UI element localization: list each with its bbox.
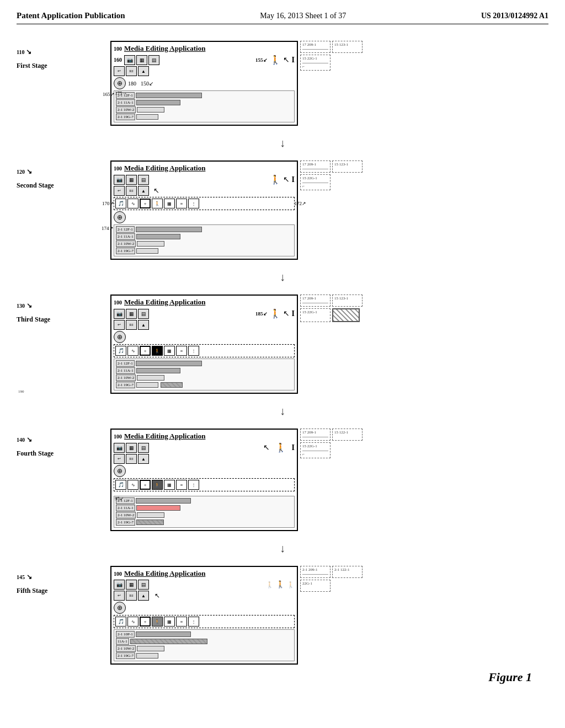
tl-row3-140: 2-1 10W-2 bbox=[116, 512, 292, 518]
tl-bar3-110 bbox=[137, 107, 164, 113]
tool-redo-110[interactable]: RI bbox=[126, 66, 137, 76]
tool-d3-140[interactable]: + bbox=[140, 480, 151, 490]
tool-up-130[interactable]: ▲ bbox=[138, 320, 149, 330]
tool-grid-130[interactable]: ▦ bbox=[126, 309, 137, 319]
stage-row-140: 140 ↘ Fourth Stage 100 Media Editing App… bbox=[17, 429, 548, 531]
tool-film-120[interactable]: ▤ bbox=[138, 175, 149, 185]
tool-d4-145[interactable]: 🚶 bbox=[152, 617, 163, 627]
dotted-toolbar-130: 🎵 ∿ + 🚶 ▦ ≡ ⋮ bbox=[114, 344, 295, 357]
tool-d7-145[interactable]: ⋮ bbox=[188, 617, 199, 627]
tool-d5-130[interactable]: ▦ bbox=[164, 346, 175, 356]
tool-grid-120[interactable]: ▦ bbox=[126, 175, 137, 185]
tool-d7-130[interactable]: ⋮ bbox=[188, 346, 199, 356]
right-bottom-130: 15 22G-1 190 bbox=[300, 308, 363, 322]
tool-film-110[interactable]: ▤ bbox=[148, 55, 159, 65]
globe-btn-145[interactable]: ⊕ bbox=[114, 602, 126, 614]
tl-bar2-140 bbox=[136, 505, 180, 511]
app-title-140: Media Editing Application bbox=[124, 432, 205, 441]
tool-grid-110[interactable]: ▦ bbox=[136, 55, 147, 65]
tool-film-140[interactable]: ▤ bbox=[138, 443, 149, 453]
tool-d3-130[interactable]: + bbox=[140, 346, 151, 356]
globe-btn-120[interactable]: ⊕ bbox=[114, 211, 126, 223]
tool-camera-110[interactable]: 📷 bbox=[124, 55, 135, 65]
panel-r2-top-130: 15 123-1 bbox=[332, 295, 363, 307]
tl-bar2-130 bbox=[136, 368, 180, 373]
tool-camera-140[interactable]: 📷 bbox=[114, 443, 125, 453]
tl-lbl1-120: 2-1 12F-1 bbox=[116, 226, 135, 233]
tool-d6-130[interactable]: ≡ bbox=[176, 346, 187, 356]
tool-d5-140[interactable]: ▦ bbox=[164, 480, 175, 490]
tool-film-130[interactable]: ▤ bbox=[138, 309, 149, 319]
tool-d4-120[interactable]: 🚶 bbox=[152, 199, 163, 208]
tool-camera-130[interactable]: 📷 bbox=[114, 309, 125, 319]
toolbar-section-140: 📷 ▦ ▤ bbox=[114, 443, 149, 453]
tool-d2-130[interactable]: ∿ bbox=[127, 346, 138, 356]
tool-d2-120[interactable]: ∿ bbox=[127, 199, 138, 208]
stage-name-145: Fifth Stage bbox=[17, 587, 105, 595]
tool-undo-145[interactable]: ↩ bbox=[114, 591, 125, 601]
tool-up-120[interactable]: ▲ bbox=[138, 186, 149, 196]
tool-d6-140[interactable]: ≡ bbox=[176, 480, 187, 490]
tl-bar3-145 bbox=[137, 646, 164, 651]
tl-row1-130: 2-1 12F-1 bbox=[116, 360, 292, 367]
tool-d2-145[interactable]: ∿ bbox=[127, 617, 138, 627]
toolbar-row2-130: ↩ RI ▲ bbox=[114, 320, 295, 330]
tool-redo-120[interactable]: RI bbox=[126, 186, 137, 196]
tool-grid-140[interactable]: ▦ bbox=[126, 443, 137, 453]
right-panels-130: 17 209-1 15 123-1 15 22G-1 190 bbox=[300, 295, 363, 322]
stage-name-120: Second Stage bbox=[17, 181, 105, 190]
toolbar-row2-110: ↩ RI ▲ bbox=[114, 66, 295, 76]
panel-lbl-123-130: 15 123-1 bbox=[334, 296, 348, 301]
tool-undo-110[interactable]: ↩ bbox=[114, 66, 125, 76]
toolbar-label-110: 160 bbox=[114, 57, 122, 63]
tl-lbl1-130: 2-1 12F-1 bbox=[116, 360, 135, 367]
tool-d1-140[interactable]: 🎵 bbox=[115, 480, 126, 490]
tool-d5-120[interactable]: ▦ bbox=[164, 199, 175, 208]
toolbar-row2-120: ↩ RI ▲ ↖ bbox=[114, 186, 295, 196]
tool-d1-145[interactable]: 🎵 bbox=[115, 617, 126, 627]
tool-d4-140[interactable]: 🚶 bbox=[152, 480, 163, 490]
panel-lbl-122-145: 2-1 122-1 bbox=[334, 568, 349, 572]
tool-camera-145[interactable]: 📷 bbox=[114, 580, 125, 590]
tool-undo-120[interactable]: ↩ bbox=[114, 186, 125, 196]
tool-grid-145[interactable]: ▦ bbox=[126, 580, 137, 590]
panel-lbl-22g-130: 15 22G-1 bbox=[302, 310, 317, 314]
right-top-110: 17 209-1 15 123-1 bbox=[300, 41, 363, 53]
globe-btn-110[interactable]: ⊕ bbox=[114, 77, 126, 89]
tool-d4-130[interactable]: 🚶 bbox=[152, 346, 163, 356]
app-window-140: 100 Media Editing Application 📷 ▦ ▤ ↖ 🚶 … bbox=[110, 429, 298, 531]
tl-bar1-120 bbox=[136, 227, 202, 232]
tool-redo-130[interactable]: RI bbox=[126, 320, 137, 330]
tl-lbl2-145: 11A-1 bbox=[116, 638, 129, 645]
tool-d6-145[interactable]: ≡ bbox=[176, 617, 187, 627]
panel-r1-top-145: 2-1 209-1 bbox=[300, 566, 331, 578]
toolbar-section-145: 📷 ▦ ▤ bbox=[114, 580, 149, 590]
tool-d1-130[interactable]: 🎵 bbox=[115, 346, 126, 356]
tl-ref-174: 174↗ bbox=[102, 226, 114, 231]
tool-redo-145[interactable]: RI bbox=[126, 591, 137, 601]
tool-up-145[interactable]: ▲ bbox=[138, 591, 149, 601]
panel-ref-190: 190 bbox=[18, 389, 25, 394]
tool-d3-145[interactable]: + bbox=[140, 617, 151, 627]
tool-camera-120[interactable]: 📷 bbox=[114, 175, 125, 185]
globe-btn-140[interactable]: ⊕ bbox=[114, 465, 126, 477]
panel-lbl-22g-120: 15 22G-1 bbox=[302, 176, 317, 180]
globe-btn-130[interactable]: ⊕ bbox=[114, 331, 126, 343]
panel-sub-110: ⌐ bbox=[302, 63, 328, 69]
tool-d3-120[interactable]: + bbox=[140, 199, 151, 208]
tool-d5-145[interactable]: ▦ bbox=[164, 617, 175, 627]
tool-d7-120[interactable]: ⋮ bbox=[188, 199, 199, 208]
tool-d2-140[interactable]: ∿ bbox=[127, 480, 138, 490]
tool-d6-120[interactable]: ≡ bbox=[176, 199, 187, 208]
tool-up-110[interactable]: ▲ bbox=[138, 66, 149, 76]
tool-redo-140[interactable]: RI bbox=[126, 454, 137, 464]
tool-d1-120[interactable]: 🎵 bbox=[115, 199, 126, 208]
title-bar-110: 100 Media Editing Application bbox=[114, 44, 295, 53]
panel-r1-bot-130: 15 22G-1 bbox=[300, 308, 331, 322]
tool-d7-140[interactable]: ⋮ bbox=[188, 480, 199, 490]
tl-row2-110: 2-1 11A-1 bbox=[116, 99, 292, 106]
tool-undo-140[interactable]: ↩ bbox=[114, 454, 125, 464]
tool-undo-130[interactable]: ↩ bbox=[114, 320, 125, 330]
tool-up-140[interactable]: ▲ bbox=[138, 454, 149, 464]
tool-film-145[interactable]: ▤ bbox=[138, 580, 149, 590]
